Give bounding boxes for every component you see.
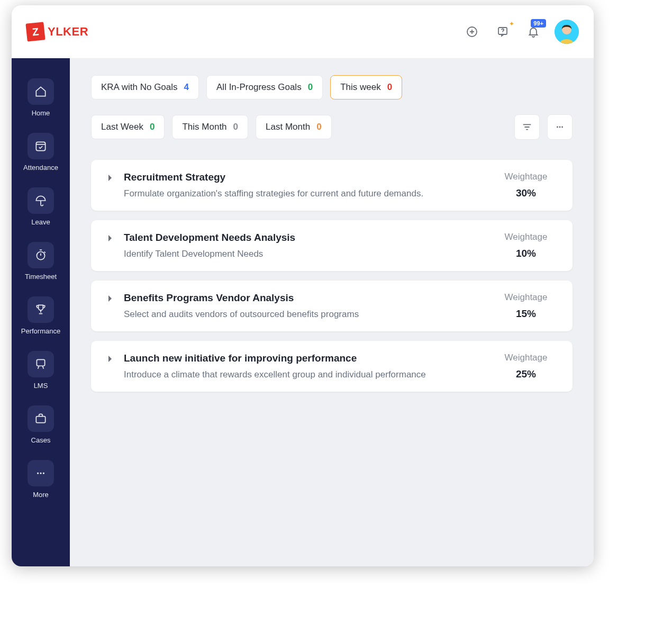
chevron-right-icon	[106, 355, 114, 363]
sidebar-item-label: Leave	[31, 218, 50, 226]
briefcase-icon	[28, 405, 54, 432]
kra-title: Launch new initiative for improving perf…	[124, 353, 485, 364]
brand-logo[interactable]: Z YLKER	[26, 23, 88, 41]
sidebar-item-label: Performance	[21, 327, 60, 335]
more-horizontal-icon	[554, 121, 566, 133]
svg-point-28	[561, 127, 563, 128]
sidebar-item-label: More	[33, 491, 49, 499]
chip-label: Last Month	[266, 122, 310, 132]
chevron-right-icon	[106, 294, 114, 303]
svg-rect-7	[36, 142, 45, 150]
svg-point-27	[559, 127, 561, 128]
svg-point-20	[37, 472, 39, 474]
sidebar: Home Attendance Leave Timesheet Performa…	[12, 58, 70, 566]
weight-label: Weightage	[494, 171, 558, 182]
chip-label: Last Week	[101, 122, 143, 132]
weight-value: 25%	[494, 368, 558, 380]
weight-value: 10%	[494, 248, 558, 259]
svg-point-21	[40, 472, 41, 474]
kra-card: Talent Development Needs Analysis Identi…	[91, 220, 573, 271]
svg-line-13	[44, 252, 46, 253]
avatar-image	[555, 20, 579, 44]
expand-toggle[interactable]	[106, 174, 114, 184]
sidebar-item-label: Timesheet	[25, 273, 57, 281]
kra-card: Recruitment Strategy Formulate organizat…	[91, 160, 573, 211]
chip-label: KRA with No Goals	[101, 82, 178, 93]
kra-title: Recruitment Strategy	[124, 171, 485, 183]
svg-rect-19	[36, 417, 45, 423]
logo-text: YLKER	[48, 25, 88, 39]
kra-desc: Identify Talent Development Needs	[124, 249, 485, 259]
kra-body: Talent Development Needs Analysis Identi…	[124, 232, 485, 259]
filter-chip-last-week[interactable]: Last Week 0	[91, 115, 165, 139]
sidebar-item-attendance[interactable]: Attendance	[23, 129, 58, 176]
chip-label: This week	[340, 82, 381, 93]
expand-toggle[interactable]	[106, 294, 114, 305]
chip-count: 0	[233, 122, 238, 132]
kra-desc: Select and audits vendors of outsourced …	[124, 309, 485, 320]
notification-badge: 99+	[531, 19, 546, 28]
svg-rect-16	[37, 359, 44, 366]
timer-icon	[28, 242, 54, 268]
filter-chip-in-progress[interactable]: All In-Progress Goals 0	[206, 75, 323, 100]
sidebar-item-home[interactable]: Home	[28, 74, 54, 121]
chevron-right-icon	[106, 234, 114, 242]
app-shell: Z YLKER ✦ 99+	[12, 5, 594, 566]
sidebar-item-lms[interactable]: LMS	[28, 347, 54, 394]
add-button[interactable]	[462, 22, 482, 41]
sidebar-item-timesheet[interactable]: Timesheet	[25, 238, 57, 285]
filter-chip-this-month[interactable]: This Month 0	[172, 115, 248, 139]
plus-circle-icon	[466, 25, 478, 38]
presentation-icon	[28, 351, 54, 377]
topbar: Z YLKER ✦ 99+	[12, 5, 594, 58]
kra-weight: Weightage 15%	[494, 292, 558, 320]
sidebar-item-leave[interactable]: Leave	[28, 183, 54, 230]
kra-list: Recruitment Strategy Formulate organizat…	[91, 160, 573, 392]
sidebar-item-more[interactable]: More	[28, 456, 54, 503]
filter-chips-row: KRA with No Goals 4 All In-Progress Goal…	[91, 75, 573, 140]
filter-chip-this-week[interactable]: This week 0	[330, 75, 402, 100]
logo-mark: Z	[25, 22, 45, 41]
kra-title: Talent Development Needs Analysis	[124, 232, 485, 243]
filter-chip-kra-no-goals[interactable]: KRA with No Goals 4	[91, 75, 199, 100]
more-options-button[interactable]	[547, 114, 573, 140]
sidebar-item-performance[interactable]: Performance	[21, 292, 60, 339]
notifications-button[interactable]: 99+	[524, 22, 543, 41]
filter-chip-last-month[interactable]: Last Month 0	[256, 115, 332, 139]
sidebar-item-cases[interactable]: Cases	[28, 401, 54, 448]
expand-toggle[interactable]	[106, 234, 114, 245]
help-chat-icon	[496, 25, 509, 38]
weight-value: 30%	[494, 187, 558, 199]
kra-weight: Weightage 25%	[494, 353, 558, 380]
chip-count: 0	[387, 82, 392, 93]
more-horizontal-icon	[28, 460, 54, 486]
topbar-actions: ✦ 99+	[462, 20, 579, 44]
weight-value: 15%	[494, 308, 558, 320]
chip-label: All In-Progress Goals	[216, 82, 302, 93]
sparkle-icon: ✦	[509, 20, 514, 28]
filter-button[interactable]	[514, 114, 540, 140]
kra-desc: Introduce a climate that rewards excelle…	[124, 369, 485, 380]
svg-point-4	[502, 32, 503, 33]
kra-desc: Formulate organization's staffing strate…	[124, 188, 485, 199]
chip-count: 0	[316, 122, 321, 132]
kra-body: Recruitment Strategy Formulate organizat…	[124, 171, 485, 199]
chip-count: 0	[150, 122, 155, 132]
chip-count: 4	[184, 82, 189, 93]
sidebar-item-label: LMS	[34, 382, 48, 390]
sidebar-item-label: Home	[32, 109, 50, 117]
chip-count: 0	[308, 82, 313, 93]
sidebar-item-label: Attendance	[23, 164, 58, 171]
kra-card: Launch new initiative for improving perf…	[91, 341, 573, 392]
kra-card: Benefits Programs Vendor Analysis Select…	[91, 281, 573, 331]
kra-weight: Weightage 10%	[494, 232, 558, 259]
kra-body: Benefits Programs Vendor Analysis Select…	[124, 292, 485, 320]
svg-point-22	[43, 472, 44, 474]
weight-label: Weightage	[494, 232, 558, 242]
body-area: Home Attendance Leave Timesheet Performa…	[12, 58, 594, 566]
svg-point-26	[557, 127, 558, 128]
help-button[interactable]: ✦	[493, 22, 512, 41]
home-icon	[28, 78, 54, 105]
expand-toggle[interactable]	[106, 355, 114, 365]
avatar[interactable]	[555, 20, 579, 44]
